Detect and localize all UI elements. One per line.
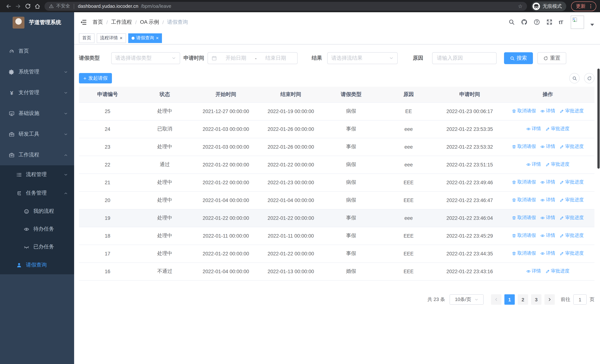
sidebar-item-done-tasks[interactable]: 已办任务 — [0, 238, 74, 256]
sidebar-item-infrastructure[interactable]: 基础设施 — [0, 103, 74, 124]
reset-button[interactable]: 重置 — [537, 52, 566, 64]
page-button-1[interactable]: 1 — [504, 294, 515, 305]
cancel-leave-link[interactable]: 取消请假 — [512, 250, 536, 257]
detail-link[interactable]: 详情 — [540, 250, 555, 257]
cancel-leave-link[interactable]: 取消请假 — [512, 197, 536, 203]
action-label: 取消请假 — [517, 197, 536, 203]
detail-link[interactable]: 详情 — [526, 126, 541, 132]
cell-start: 2022-01-04 00:00:00 — [193, 262, 259, 280]
sidebar-item-my-process[interactable]: 我的流程 — [0, 202, 74, 220]
pagination: 共 23 条 10条/页 123 前往 1 页 — [428, 294, 594, 305]
cancel-leave-link[interactable]: 取消请假 — [512, 108, 536, 114]
help-icon[interactable] — [534, 19, 540, 25]
close-icon[interactable]: × — [156, 36, 159, 40]
browser-home-button[interactable] — [32, 1, 42, 11]
github-icon[interactable] — [521, 19, 527, 25]
sidebar-item-process-management[interactable]: 流程管理 — [0, 165, 74, 184]
progress-link[interactable]: 审批进度 — [545, 161, 569, 168]
action-label: 详情 — [546, 233, 555, 239]
sidebar: 芋道管理系统 首页系统管理¥支付管理基础设施研发工具工作流程 流程管理任务管理我… — [0, 12, 74, 364]
sidebar-item-dev-tools[interactable]: 研发工具 — [0, 124, 74, 145]
action-label: 取消请假 — [517, 108, 536, 114]
tab-leave-query[interactable]: 请假查询× — [128, 33, 162, 43]
detail-link[interactable]: 详情 — [540, 215, 555, 221]
table-row: 19处理中2022-01-22 00:00:002022-01-22 00:00… — [79, 209, 594, 227]
sidebar-item-system-management[interactable]: 系统管理 — [0, 62, 74, 82]
cancel-leave-link[interactable]: 取消请假 — [512, 215, 536, 221]
detail-link[interactable]: 详情 — [540, 197, 555, 203]
browser-reload-button[interactable] — [23, 1, 33, 11]
sidebar-item-leave-query[interactable]: 请假查询 — [0, 256, 74, 274]
cell-status: 已取消 — [136, 120, 193, 138]
sidebar-item-todo-tasks[interactable]: 待办任务 — [0, 220, 74, 238]
sidebar-item-home[interactable]: 首页 — [0, 41, 74, 62]
bookmark-star-icon[interactable]: ☆ — [518, 3, 523, 9]
reset-button-label: 重置 — [550, 55, 560, 62]
cell-type: 病假 — [323, 102, 379, 120]
detail-link[interactable]: 详情 — [526, 161, 541, 168]
fullscreen-icon[interactable] — [546, 19, 553, 25]
search-icon[interactable] — [508, 19, 515, 25]
column-header: 状态 — [136, 87, 193, 102]
cell-end: 2022-01-26 00:00:00 — [258, 138, 323, 156]
detail-link[interactable]: 详情 — [540, 233, 555, 239]
reason-input[interactable]: 请输入原因 — [432, 52, 497, 64]
apply-time-range-picker[interactable]: 开始日期 - 结束日期 — [207, 52, 298, 64]
progress-link[interactable]: 审批进度 — [560, 144, 584, 150]
breadcrumb-item[interactable]: OA 示例 — [140, 19, 159, 25]
detail-link[interactable]: 详情 — [540, 108, 555, 114]
close-icon[interactable]: × — [120, 36, 122, 40]
goto-page-input[interactable]: 1 — [573, 294, 587, 305]
font-size-icon[interactable]: tT — [559, 19, 563, 25]
prev-page-button[interactable] — [491, 294, 501, 305]
progress-link[interactable]: 审批进度 — [560, 179, 584, 186]
sidebar-item-workflow[interactable]: 工作流程 — [0, 145, 74, 165]
create-leave-button[interactable]: + 发起请假 — [79, 73, 112, 84]
scrollbar[interactable] — [597, 69, 600, 169]
avatar[interactable] — [571, 15, 584, 29]
browser-menu-dots-icon[interactable] — [588, 3, 593, 9]
progress-link[interactable]: 审批进度 — [560, 215, 584, 221]
cancel-leave-link[interactable]: 取消请假 — [512, 144, 536, 150]
start-date-placeholder: 开始日期 — [225, 55, 246, 62]
action-label: 详情 — [546, 108, 555, 114]
refresh-table-button[interactable] — [584, 73, 594, 84]
cell-reason: EE — [379, 102, 438, 120]
cell-start: 2022-01-22 00:00:00 — [193, 173, 259, 191]
progress-link[interactable]: 审批进度 — [560, 250, 584, 257]
detail-link[interactable]: 详情 — [526, 268, 541, 274]
browser-back-button[interactable] — [4, 1, 13, 11]
search-button[interactable]: 搜索 — [504, 52, 533, 64]
sidebar-item-task-management[interactable]: 任务管理 — [0, 184, 74, 202]
detail-link[interactable]: 详情 — [540, 144, 555, 150]
goto-page: 前往 1 页 — [561, 294, 594, 305]
address-bar[interactable]: 不安全 dashboard.yudao.iocoder.cn /bpm/oa/l… — [44, 2, 527, 10]
result-select[interactable]: 请选择流结果 — [327, 52, 398, 64]
collapse-sidebar-icon[interactable] — [80, 19, 87, 25]
caret-down-icon[interactable] — [590, 24, 594, 26]
yen-icon: ¥ — [9, 90, 14, 95]
browser-forward-button[interactable] — [13, 1, 23, 11]
tab-home[interactable]: 首页 — [79, 33, 94, 43]
breadcrumb-item[interactable]: 首页 — [93, 19, 103, 25]
browser-update-button[interactable]: 更新 — [571, 1, 596, 11]
progress-link[interactable]: 审批进度 — [560, 108, 584, 114]
next-page-button[interactable] — [544, 294, 555, 305]
detail-link[interactable]: 详情 — [540, 179, 555, 186]
progress-link[interactable]: 审批进度 — [545, 126, 569, 132]
progress-link[interactable]: 审批进度 — [545, 268, 569, 274]
leave-type-select[interactable]: 请选择请假类型 — [111, 52, 180, 64]
tab-process-detail[interactable]: 流程详情× — [97, 33, 126, 43]
cell-type: 病假 — [323, 191, 379, 209]
page-button-2[interactable]: 2 — [518, 294, 528, 305]
sidebar-item-payment-management[interactable]: ¥支付管理 — [0, 82, 74, 103]
breadcrumb-item[interactable]: 工作流程 — [111, 19, 132, 25]
progress-link[interactable]: 审批进度 — [560, 233, 584, 239]
cancel-leave-link[interactable]: 取消请假 — [512, 233, 536, 239]
page-size-select[interactable]: 10条/页 — [450, 294, 484, 305]
show-search-toggle-button[interactable] — [569, 73, 580, 84]
cell-end: 2022-01-26 00:00:00 — [258, 120, 323, 138]
page-button-3[interactable]: 3 — [531, 294, 542, 305]
cancel-leave-link[interactable]: 取消请假 — [512, 179, 536, 186]
progress-link[interactable]: 审批进度 — [560, 197, 584, 203]
